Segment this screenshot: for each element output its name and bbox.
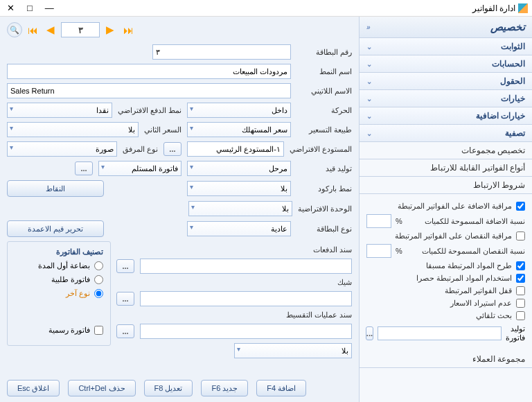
gen-entry-label: توليد قيد [296,164,352,173]
sidebar-item-linkable-types[interactable]: أنواع الفواتير القابلة للارتباط [360,159,532,177]
gen-invoice-browse-button[interactable]: ... [366,326,373,340]
chk-auto-search[interactable] [516,311,525,320]
sidebar-item-fields[interactable]: الحقول⌄ [360,73,532,90]
page-number-input[interactable] [61,22,100,37]
chk-official-invoice[interactable] [94,326,103,335]
payments-doc-input[interactable] [140,259,352,274]
price2-select[interactable] [7,122,139,137]
latin-name-label: الاسم اللاتيني [296,87,352,96]
installment-doc-input[interactable] [140,324,352,339]
add-button[interactable]: اضافة F4 [256,380,306,396]
barcode-select[interactable] [187,181,291,196]
movement-label: الحركة [296,106,352,115]
classify-title: تصنيف الفاتورة [12,247,103,256]
maximize-icon[interactable]: □ [24,3,35,13]
sidebar-item-customers-group[interactable]: مجموعة العملاء [360,351,532,368]
sidebar-item-accounts[interactable]: الحسابات⌄ [360,55,532,73]
points-button[interactable]: النقاط [7,180,104,197]
app-logo-icon [518,3,528,13]
edit-button[interactable]: تعديل F8 [144,380,193,396]
card-type-label: نوع البطاقة [296,225,352,234]
chevron-down-icon: ⌄ [366,78,372,85]
link-conditions-panel: مراقبة الاضافة على الفواتير المرتبطة نسب… [360,194,532,351]
sidebar-item-options[interactable]: خيارات⌄ [360,90,532,107]
default-pay-select[interactable] [7,103,112,118]
def-unit-label: الوحدة الافتراضية [298,204,352,213]
edit-columns-button[interactable]: تحرير قيم الاعمدة [7,220,104,237]
def-store-input[interactable] [187,141,284,157]
pct-dec-input[interactable] [366,244,391,258]
chk-no-price-import[interactable] [516,299,525,308]
cheque-label: شيك [337,278,352,287]
window-title: ادارة الفواتير [472,3,515,13]
invoice-classify-group: تصنيف الفاتورة بضاعة أول المدة فاتورة طل… [7,241,111,346]
search-icon[interactable]: 🔍 [7,22,22,37]
sidebar-header[interactable]: تخصيص « [360,17,532,38]
radio-other-type[interactable] [94,289,103,298]
delete-button[interactable]: حذف Ctrl+Del [68,380,135,396]
chevron-down-icon: ⌄ [366,112,372,120]
pattern-name-label: اسم النمط [296,67,352,76]
gen-entry-select[interactable] [187,161,291,176]
recv-invoice-browse-button[interactable]: ... [75,161,93,175]
minimize-icon[interactable]: — [42,3,57,13]
extra-select[interactable] [234,343,352,358]
new-button[interactable]: جديد F6 [201,380,248,396]
nav-last-icon[interactable]: ⏭ [121,22,136,37]
card-no-label: رقم البطاقة [296,48,352,57]
default-pay-label: نمط الدفع الافتراضي [118,106,181,115]
sidebar-item-link-conditions[interactable]: شروط الارتباط [360,177,532,194]
radio-order-invoice[interactable] [94,275,103,284]
radio-opening-stock[interactable] [94,261,103,270]
nav-prev-icon[interactable]: ◀ [43,22,58,37]
def-unit-select[interactable] [188,201,292,216]
def-store-label: المستودع الافتراضي [290,145,352,154]
def-store-browse-button[interactable]: ... [163,142,181,156]
nav-next-icon[interactable]: ▶ [103,22,118,37]
pattern-name-input[interactable] [7,64,291,79]
close-icon[interactable]: ✕ [4,3,17,13]
close-button[interactable]: اغلاق Esc [7,380,60,396]
card-type-select[interactable] [187,221,291,236]
latin-name-input[interactable] [7,83,291,98]
movement-select[interactable] [187,103,291,118]
payments-doc-browse-button[interactable]: ... [116,259,134,273]
chk-exclusive[interactable] [516,274,525,283]
cheque-input[interactable] [140,291,352,306]
chk-dec-watch[interactable] [516,231,525,241]
chevron-left-icon: « [366,24,371,31]
gen-invoice-input[interactable] [378,326,502,340]
payments-doc-label: سند الدفعات [313,245,352,254]
recv-invoice-select[interactable] [98,161,181,176]
sidebar-item-filter[interactable]: تصفية⌄ [360,125,532,142]
sidebar-item-group-customize[interactable]: تخصيص مجموعات [360,142,532,159]
chevron-down-icon: ⌄ [366,60,372,68]
chevron-down-icon: ⌄ [366,43,372,51]
pct-add-input[interactable] [366,214,391,228]
price2-label: السعر الثاني [144,125,181,134]
attach-type-label: نوع المرفق [123,145,158,154]
installment-doc-browse-button[interactable]: ... [116,324,134,338]
sidebar-item-extra-options[interactable]: خيارات اضافية⌄ [360,107,532,125]
pricing-select[interactable] [187,122,291,137]
installment-doc-label: سند عمليات التقسيط [286,311,352,320]
chevron-down-icon: ⌄ [366,130,372,137]
sidebar-item-constants[interactable]: الثوابت⌄ [360,38,532,55]
pricing-label: طبيعة التسعير [296,125,352,134]
cheque-browse-button[interactable]: ... [116,292,134,306]
chk-pre-items[interactable] [516,261,525,270]
card-no-input[interactable] [152,44,291,60]
nav-first-icon[interactable]: ⏮ [25,22,40,37]
chevron-down-icon: ⌄ [366,95,372,103]
chk-lock[interactable] [516,286,525,295]
barcode-label: نمط باركود [296,184,352,193]
attach-type-select[interactable] [7,141,117,157]
chk-add-watch[interactable] [516,202,525,211]
